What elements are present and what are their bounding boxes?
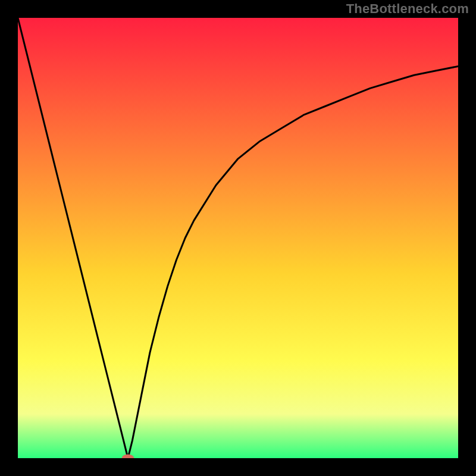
gradient-background <box>18 18 458 458</box>
plot-area <box>18 18 458 458</box>
bottleneck-chart <box>18 18 458 458</box>
watermark-text: TheBottleneck.com <box>346 1 469 17</box>
chart-frame: TheBottleneck.com <box>0 0 476 476</box>
